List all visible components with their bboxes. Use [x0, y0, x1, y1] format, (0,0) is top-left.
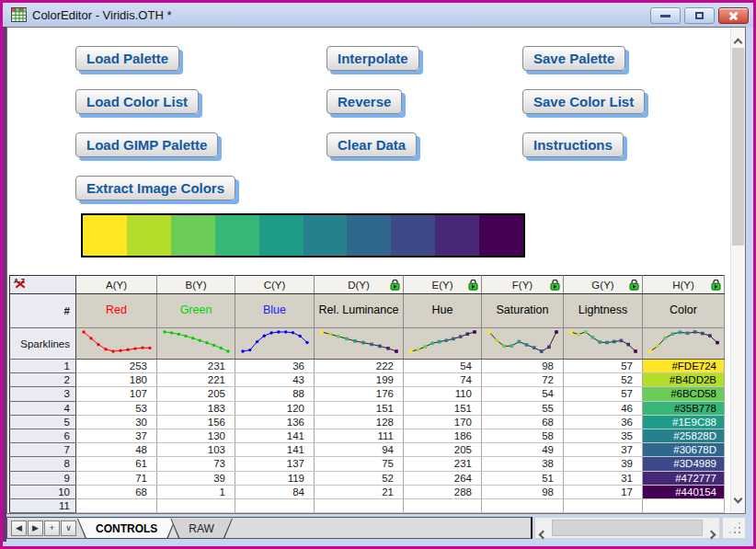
tab-nav-add-button[interactable]: +: [44, 520, 60, 536]
cell-red-row9[interactable]: 71: [76, 471, 157, 485]
cell-saturation-row4[interactable]: 55: [482, 401, 564, 415]
cell-color-row4[interactable]: #35B778: [643, 401, 725, 415]
cell-hue-row5[interactable]: 170: [404, 415, 482, 429]
cell-lightness-row5[interactable]: 36: [564, 415, 643, 429]
extract-image-colors-button[interactable]: Extract Image Colors: [75, 176, 235, 200]
long-name-blue[interactable]: Blue: [235, 294, 315, 328]
cell-lightness-row4[interactable]: 46: [564, 401, 643, 415]
cell-rel_luminance-row11[interactable]: [315, 498, 404, 512]
cell-color-row7[interactable]: #30678D: [643, 443, 725, 457]
cell-hue-row3[interactable]: 110: [404, 387, 482, 401]
cell-blue-row4[interactable]: 120: [235, 401, 315, 415]
tab-nav-next-button[interactable]: ▶: [28, 520, 43, 536]
cell-rel_luminance-row8[interactable]: 75: [315, 457, 404, 471]
scroll-down-icon[interactable]: [735, 489, 741, 506]
row-header-4[interactable]: 4: [10, 401, 76, 415]
resize-grip[interactable]: [722, 517, 746, 539]
cell-color-row8[interactable]: #3D4989: [643, 457, 725, 471]
cell-blue-row2[interactable]: 43: [235, 373, 315, 387]
cell-color-row2[interactable]: #B4DD2B: [643, 373, 725, 387]
cell-blue-row9[interactable]: 119: [235, 471, 315, 485]
cell-hue-row11[interactable]: [404, 498, 482, 512]
long-name-lightness[interactable]: Lightness: [564, 294, 643, 328]
tab-nav-list-button[interactable]: ∨: [61, 520, 76, 536]
cell-saturation-row3[interactable]: 54: [482, 387, 564, 401]
cell-lightness-row9[interactable]: 31: [564, 471, 643, 485]
cell-hue-row1[interactable]: 54: [404, 360, 482, 373]
cell-saturation-row6[interactable]: 58: [482, 429, 564, 442]
column-header-a-y[interactable]: A(Y): [76, 276, 157, 294]
instructions-button[interactable]: Instructions: [522, 132, 624, 157]
column-header-c-y[interactable]: C(Y): [235, 276, 315, 294]
horizontal-scrollbar[interactable]: [534, 517, 720, 539]
sort-disabled-icon-cell[interactable]: A-Z: [10, 276, 76, 294]
long-name-hue[interactable]: Hue: [404, 294, 482, 328]
vertical-scrollbar-thumb[interactable]: [732, 48, 744, 246]
restore-button[interactable]: [684, 7, 715, 24]
cell-green-row8[interactable]: 73: [157, 457, 235, 471]
interpolate-button[interactable]: Interpolate: [326, 46, 419, 71]
column-header-f-y[interactable]: F(Y): [482, 276, 564, 294]
cell-red-row3[interactable]: 107: [76, 387, 157, 401]
cell-color-row6[interactable]: #25828D: [643, 429, 725, 442]
cell-green-row11[interactable]: [157, 498, 235, 512]
cell-saturation-row8[interactable]: 38: [482, 457, 564, 471]
row-header-7[interactable]: 7: [10, 443, 76, 457]
cell-lightness-row10[interactable]: 17: [564, 485, 643, 498]
cell-rel_luminance-row7[interactable]: 94: [315, 443, 404, 457]
cell-red-row6[interactable]: 37: [76, 429, 157, 442]
cell-hue-row6[interactable]: 186: [404, 429, 482, 442]
cell-green-row5[interactable]: 156: [157, 415, 235, 429]
save-color-list-button[interactable]: Save Color List: [522, 89, 645, 114]
long-name-saturation[interactable]: Saturation: [482, 294, 564, 328]
titlebar[interactable]: ColorEditor - Viridis.OTH *: [3, 3, 753, 27]
cell-red-row8[interactable]: 61: [76, 457, 157, 471]
row-header-6[interactable]: 6: [10, 429, 76, 442]
cell-blue-row1[interactable]: 36: [235, 360, 315, 373]
cell-red-row2[interactable]: 180: [76, 373, 157, 387]
cell-saturation-row2[interactable]: 72: [482, 373, 564, 387]
column-header-e-y[interactable]: E(Y): [404, 276, 482, 294]
tab-nav-previous-button[interactable]: ◀: [11, 520, 27, 536]
cell-blue-row11[interactable]: [235, 498, 315, 512]
scroll-left-icon[interactable]: [540, 525, 546, 542]
cell-lightness-row11[interactable]: [564, 498, 643, 512]
cell-blue-row8[interactable]: 137: [235, 457, 315, 471]
cell-rel_luminance-row5[interactable]: 128: [315, 415, 404, 429]
cell-green-row3[interactable]: 205: [157, 387, 235, 401]
cell-color-row11[interactable]: [643, 498, 725, 512]
save-palette-button[interactable]: Save Palette: [522, 46, 625, 71]
clear-data-button[interactable]: Clear Data: [326, 132, 417, 157]
cell-green-row7[interactable]: 103: [157, 443, 235, 457]
cell-blue-row7[interactable]: 141: [235, 443, 315, 457]
long-name-green[interactable]: Green: [157, 294, 235, 328]
reverse-button[interactable]: Reverse: [326, 89, 402, 114]
row-header-1[interactable]: 1: [10, 360, 76, 373]
row-header-2[interactable]: 2: [10, 373, 76, 387]
column-header-h-y[interactable]: H(Y): [643, 276, 725, 294]
cell-hue-row8[interactable]: 231: [404, 457, 482, 471]
cell-saturation-row9[interactable]: 51: [482, 471, 564, 485]
cell-green-row10[interactable]: 1: [157, 485, 235, 498]
horizontal-scrollbar-thumb[interactable]: [552, 520, 703, 536]
cell-green-row6[interactable]: 130: [157, 429, 235, 442]
cell-hue-row4[interactable]: 151: [404, 401, 482, 415]
cell-rel_luminance-row6[interactable]: 111: [315, 429, 404, 442]
cell-color-row10[interactable]: #440154: [643, 485, 725, 498]
cell-rel_luminance-row3[interactable]: 176: [315, 387, 404, 401]
cell-green-row4[interactable]: 183: [157, 401, 235, 415]
load-color-list-button[interactable]: Load Color List: [75, 89, 199, 114]
row-header-9[interactable]: 9: [10, 471, 76, 485]
cell-green-row2[interactable]: 221: [157, 373, 235, 387]
cell-blue-row10[interactable]: 84: [235, 485, 315, 498]
cell-green-row9[interactable]: 39: [157, 471, 235, 485]
cell-rel_luminance-row1[interactable]: 222: [315, 360, 404, 373]
cell-rel_luminance-row4[interactable]: 151: [315, 401, 404, 415]
cell-blue-row5[interactable]: 136: [235, 415, 315, 429]
cell-color-row1[interactable]: #FDE724: [643, 360, 725, 373]
cell-red-row10[interactable]: 68: [76, 485, 157, 498]
cell-lightness-row7[interactable]: 37: [564, 443, 643, 457]
column-header-b-y[interactable]: B(Y): [157, 276, 235, 294]
cell-rel_luminance-row10[interactable]: 21: [315, 485, 404, 498]
cell-lightness-row6[interactable]: 35: [564, 429, 643, 442]
